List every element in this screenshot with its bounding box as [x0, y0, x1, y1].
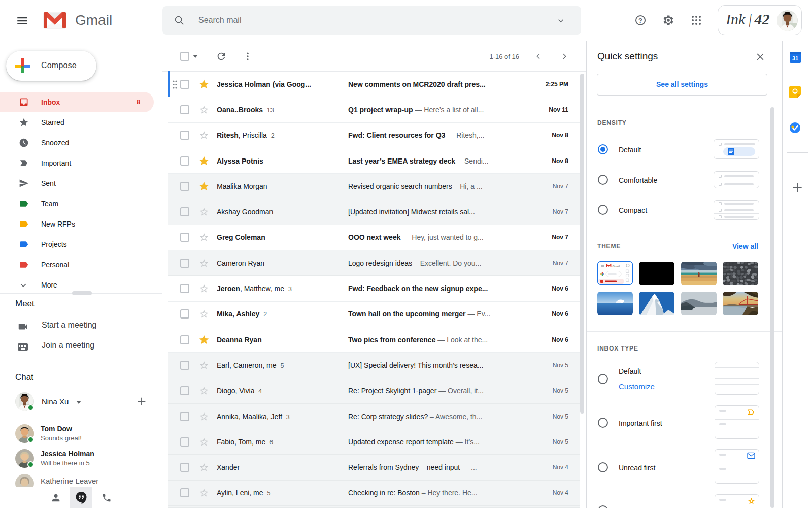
svg-text:Gmail: Gmail — [613, 265, 620, 268]
svg-text:31: 31 — [792, 55, 798, 61]
svg-text:?: ? — [638, 17, 642, 24]
